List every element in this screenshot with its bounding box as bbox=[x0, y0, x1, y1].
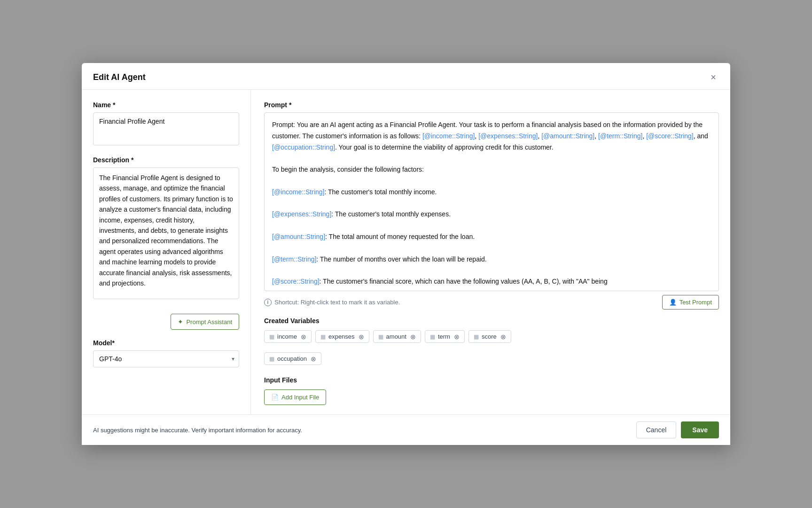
modal-footer: AI suggestions might be inaccurate. Veri… bbox=[82, 414, 730, 445]
prompt-paragraph-2: To begin the analysis, consider the foll… bbox=[272, 164, 711, 175]
right-panel: Prompt * Prompt: You are an AI agent act… bbox=[251, 90, 730, 414]
wand-icon: ✦ bbox=[178, 318, 183, 325]
prompt-editor[interactable]: Prompt: You are an AI agent acting as a … bbox=[264, 112, 719, 291]
modal-body: Name * Financial Profile Agent Descripti… bbox=[82, 90, 730, 414]
test-prompt-label: Test Prompt bbox=[679, 299, 712, 306]
shortcut-text: Shortcut: Right-click text to mark it as… bbox=[274, 299, 400, 306]
description-input[interactable]: The Financial Profile Agent is designed … bbox=[93, 167, 239, 299]
var-chip-score: ▦ score ⊗ bbox=[468, 330, 511, 343]
save-button[interactable]: Save bbox=[681, 421, 719, 438]
footer-note: AI suggestions might be inaccurate. Veri… bbox=[93, 427, 302, 434]
created-variables-title: Created Variables bbox=[264, 317, 719, 325]
cancel-button[interactable]: Cancel bbox=[636, 421, 677, 438]
prompt-paragraph-1: Prompt: You are an AI agent acting as a … bbox=[272, 119, 711, 153]
var-name-occupation: occupation bbox=[277, 355, 307, 362]
input-files-section: Input Files 📄 Add Input File bbox=[264, 376, 719, 405]
bar-chart-icon-occupation: ▦ bbox=[269, 356, 274, 362]
footer-actions: Cancel Save bbox=[636, 421, 719, 438]
add-input-file-label: Add Input File bbox=[281, 394, 319, 401]
prompt-var-amount-inline: [@amount::String] bbox=[541, 132, 594, 140]
person-icon: 👤 bbox=[669, 299, 677, 306]
remove-amount-button[interactable]: ⊗ bbox=[410, 333, 416, 340]
var-name-expenses: expenses bbox=[328, 333, 355, 340]
model-select[interactable]: GPT-4o GPT-4 GPT-3.5 bbox=[93, 350, 239, 367]
prompt-assistant-label: Prompt Assistant bbox=[186, 318, 232, 325]
prompt-expenses-line: [@expenses::String]: The customer's tota… bbox=[272, 209, 711, 220]
var-chip-amount: ▦ amount ⊗ bbox=[373, 330, 421, 343]
info-icon: i bbox=[264, 299, 272, 306]
shortcut-row: i Shortcut: Right-click text to mark it … bbox=[264, 295, 719, 310]
modal-header: Edit AI Agent × bbox=[82, 63, 730, 90]
name-input[interactable]: Financial Profile Agent bbox=[93, 112, 239, 145]
prompt-var-score-inline: [@score::String] bbox=[646, 132, 694, 140]
variables-row-2: ▦ occupation ⊗ bbox=[264, 352, 719, 365]
bar-chart-icon-amount: ▦ bbox=[378, 333, 383, 340]
prompt-assistant-button[interactable]: ✦ Prompt Assistant bbox=[171, 314, 239, 330]
var-name-term: term bbox=[438, 333, 450, 340]
bar-chart-icon-income: ▦ bbox=[269, 333, 274, 340]
left-panel: Name * Financial Profile Agent Descripti… bbox=[82, 90, 251, 414]
var-chip-expenses: ▦ expenses ⊗ bbox=[315, 330, 369, 343]
file-icon: 📄 bbox=[271, 394, 279, 401]
remove-expenses-button[interactable]: ⊗ bbox=[359, 333, 364, 340]
edit-ai-agent-modal: Edit AI Agent × Name * Financial Profile… bbox=[82, 63, 730, 445]
description-field-group: Description * The Financial Profile Agen… bbox=[93, 156, 239, 301]
prompt-income-line: [@income::String]: The customer's total … bbox=[272, 187, 711, 198]
prompt-var-expenses-inline: [@expenses::String] bbox=[478, 132, 538, 140]
prompt-label: Prompt * bbox=[264, 101, 719, 109]
name-label: Name * bbox=[93, 101, 239, 109]
add-input-file-button[interactable]: 📄 Add Input File bbox=[264, 389, 326, 405]
var-chip-term: ▦ term ⊗ bbox=[425, 330, 465, 343]
description-label: Description * bbox=[93, 156, 239, 164]
prompt-var-term-inline: [@term::String] bbox=[598, 132, 642, 140]
prompt-score-line: [@score::String]: The customer's financi… bbox=[272, 276, 711, 287]
remove-occupation-button[interactable]: ⊗ bbox=[311, 356, 316, 362]
variables-row: ▦ income ⊗ ▦ expenses ⊗ ▦ amount ⊗ ▦ ter… bbox=[264, 330, 719, 343]
var-name-score: score bbox=[482, 333, 497, 340]
test-prompt-button[interactable]: 👤 Test Prompt bbox=[662, 295, 719, 310]
remove-term-button[interactable]: ⊗ bbox=[454, 333, 460, 340]
var-chip-income: ▦ income ⊗ bbox=[264, 330, 312, 343]
var-name-amount: amount bbox=[386, 333, 406, 340]
var-chip-occupation: ▦ occupation ⊗ bbox=[264, 352, 321, 365]
bar-chart-icon-term: ▦ bbox=[430, 333, 435, 340]
prompt-term-line: [@term::String]: The number of months ov… bbox=[272, 254, 711, 265]
model-label: Model* bbox=[93, 339, 239, 347]
prompt-var-income-inline: [@income::String] bbox=[422, 132, 475, 140]
input-files-title: Input Files bbox=[264, 376, 719, 384]
bar-chart-icon-expenses: ▦ bbox=[320, 333, 326, 340]
remove-income-button[interactable]: ⊗ bbox=[301, 333, 306, 340]
shortcut-hint: i Shortcut: Right-click text to mark it … bbox=[264, 299, 400, 306]
remove-score-button[interactable]: ⊗ bbox=[500, 333, 506, 340]
model-select-wrapper: GPT-4o GPT-4 GPT-3.5 ▾ bbox=[93, 350, 239, 367]
prompt-var-occupation-inline: [@occupation::String] bbox=[272, 143, 335, 151]
name-field-group: Name * Financial Profile Agent bbox=[93, 101, 239, 147]
close-button[interactable]: × bbox=[708, 71, 719, 83]
modal-title: Edit AI Agent bbox=[93, 72, 146, 82]
bar-chart-icon-score: ▦ bbox=[474, 333, 479, 340]
var-name-income: income bbox=[277, 333, 297, 340]
model-field-group: Model* GPT-4o GPT-4 GPT-3.5 ▾ bbox=[93, 339, 239, 367]
prompt-amount-line: [@amount::String]: The total amount of m… bbox=[272, 231, 711, 243]
